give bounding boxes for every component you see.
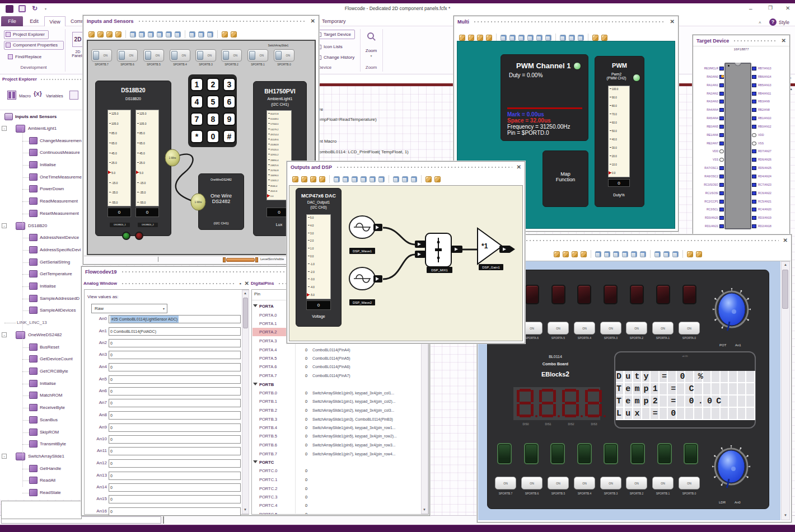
svg-text:DSP_Gain1: DSP_Gain1 — [482, 266, 500, 269]
svg-text:*1: *1 — [481, 242, 488, 250]
svg-text:DSP_Wave1: DSP_Wave1 — [353, 249, 372, 253]
svg-text:1-Wire: 1-Wire — [169, 157, 176, 159]
svg-text:1-Wire: 1-Wire — [194, 201, 202, 204]
svg-text:DSP_MIX1: DSP_MIX1 — [431, 269, 448, 272]
svg-text:DSP_Wave2: DSP_Wave2 — [353, 301, 372, 304]
